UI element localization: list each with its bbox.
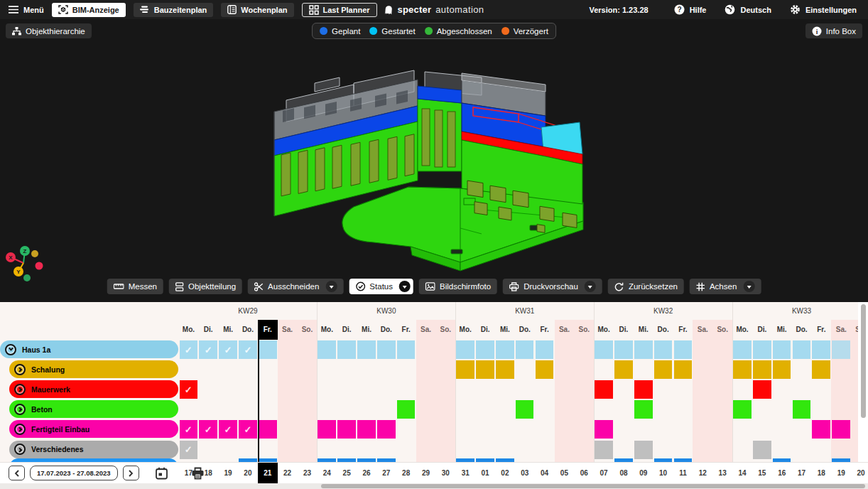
footer-date-cell[interactable]: 19 bbox=[831, 463, 851, 483]
gantt-cell[interactable] bbox=[832, 420, 850, 439]
help-button[interactable]: ? Hilfe bbox=[674, 4, 707, 15]
gantt-cell[interactable] bbox=[733, 360, 752, 379]
vertical-scrollbar-thumb[interactable] bbox=[861, 304, 866, 418]
day-header-cell[interactable]: Mo. bbox=[732, 320, 752, 340]
gantt-cell[interactable] bbox=[773, 360, 791, 379]
gantt-cell[interactable] bbox=[318, 420, 336, 439]
gantt-cell[interactable]: ✓ bbox=[199, 340, 217, 359]
gantt-cell[interactable] bbox=[259, 340, 277, 359]
gantt-cell[interactable]: ✓ bbox=[239, 340, 257, 359]
collapse-chevron-icon[interactable] bbox=[5, 344, 16, 355]
menu-button[interactable]: Menü bbox=[9, 6, 44, 14]
gantt-cell[interactable] bbox=[634, 400, 653, 419]
gantt-cell[interactable] bbox=[753, 360, 771, 379]
expand-chevron-icon[interactable] bbox=[14, 424, 26, 435]
day-header-cell[interactable]: Sa. bbox=[693, 320, 712, 340]
day-header-cell[interactable]: Do. bbox=[515, 320, 535, 340]
gantt-cell[interactable] bbox=[516, 340, 534, 359]
day-header-cell[interactable]: Fr. bbox=[258, 320, 278, 340]
tab-bauzeitenplan[interactable]: Bauzeitenplan bbox=[134, 3, 214, 17]
gantt-cell[interactable] bbox=[793, 400, 811, 419]
day-header-cell[interactable]: Fr. bbox=[396, 320, 416, 340]
expand-chevron-icon[interactable] bbox=[14, 444, 26, 455]
day-header-cell[interactable]: Mo. bbox=[455, 320, 475, 340]
day-header-cell[interactable]: Mi. bbox=[634, 320, 653, 340]
footer-date-cell[interactable]: 22 bbox=[278, 463, 298, 483]
gantt-cell[interactable] bbox=[595, 441, 613, 459]
tool-zurücksetzen[interactable]: Zurücksetzen bbox=[608, 279, 684, 294]
gantt-row-label-beton[interactable]: Beton bbox=[9, 400, 178, 418]
footer-date-cell[interactable]: 15 bbox=[752, 463, 772, 483]
calendar-button[interactable] bbox=[156, 467, 168, 480]
gantt-row-label-haus-1a[interactable]: Haus 1a bbox=[0, 340, 178, 358]
gantt-cell[interactable] bbox=[456, 340, 474, 359]
tool-achsen[interactable]: Achsen bbox=[690, 279, 761, 294]
footer-date-cell[interactable]: 09 bbox=[634, 463, 653, 483]
footer-date-cell[interactable]: 19 bbox=[218, 463, 238, 483]
vertical-scrollbar[interactable] bbox=[858, 302, 868, 462]
gantt-cell[interactable] bbox=[812, 340, 830, 359]
gantt-cell[interactable] bbox=[476, 340, 494, 359]
gantt-cell[interactable] bbox=[357, 340, 376, 359]
day-header-cell[interactable]: So. bbox=[574, 320, 594, 340]
gantt-cell[interactable]: ✓ bbox=[219, 420, 237, 439]
gantt-cell[interactable]: ✓ bbox=[239, 420, 257, 439]
gantt-cell[interactable]: ✓ bbox=[180, 380, 198, 399]
footer-date-cell[interactable]: 06 bbox=[574, 463, 594, 483]
footer-date-cell[interactable]: 01 bbox=[475, 463, 495, 483]
gantt-cell[interactable] bbox=[259, 420, 277, 439]
gantt-cell[interactable] bbox=[377, 420, 396, 439]
gantt-cell[interactable] bbox=[476, 360, 494, 379]
tab-bim-anzeige[interactable]: BIM-Anzeige bbox=[52, 3, 126, 17]
gantt-cell[interactable] bbox=[337, 340, 356, 359]
day-header-cell[interactable]: Mi. bbox=[357, 320, 376, 340]
day-header-cell[interactable]: Mi. bbox=[495, 320, 515, 340]
gantt-cell[interactable] bbox=[397, 400, 416, 419]
gantt-cell[interactable] bbox=[496, 360, 514, 379]
footer-date-cell[interactable]: 08 bbox=[614, 463, 634, 483]
day-header-cell[interactable]: Sa. bbox=[555, 320, 575, 340]
gantt-cell[interactable] bbox=[793, 340, 811, 359]
next-period-button[interactable] bbox=[123, 466, 139, 480]
gantt-cell[interactable] bbox=[634, 340, 653, 359]
gantt-cell[interactable] bbox=[337, 420, 356, 439]
gantt-cell[interactable] bbox=[536, 340, 554, 359]
day-header-cell[interactable]: Mi. bbox=[772, 320, 792, 340]
day-header-cell[interactable]: Do. bbox=[653, 320, 673, 340]
dropdown-chevron-status[interactable] bbox=[399, 281, 411, 292]
gantt-cell[interactable] bbox=[536, 360, 554, 379]
footer-date-cell[interactable]: 24 bbox=[317, 463, 337, 483]
gantt-cell[interactable] bbox=[753, 441, 771, 459]
day-header-cell[interactable]: Do. bbox=[238, 320, 258, 340]
tool-objektteilung[interactable]: Objektteilung bbox=[169, 279, 242, 294]
tool-ausschneiden[interactable]: Ausschneiden bbox=[248, 279, 343, 294]
footer-date-cell[interactable]: 04 bbox=[535, 463, 555, 483]
day-header-cell[interactable]: Mo. bbox=[594, 320, 614, 340]
footer-date-cell[interactable]: 07 bbox=[594, 463, 614, 483]
footer-date-cell[interactable]: 21 bbox=[258, 463, 278, 483]
gantt-row-label-schalung[interactable]: Schalung bbox=[9, 360, 178, 378]
tool-druckvorschau[interactable]: Druckvorschau bbox=[503, 279, 602, 294]
gantt-cell[interactable] bbox=[614, 340, 633, 359]
day-header-cell[interactable]: Do. bbox=[376, 320, 396, 340]
expand-chevron-icon[interactable] bbox=[14, 364, 26, 375]
day-header-cell[interactable]: Di. bbox=[752, 320, 772, 340]
tool-messen[interactable]: Messen bbox=[107, 279, 163, 294]
day-header-cell[interactable]: Di. bbox=[614, 320, 634, 340]
day-header-cell[interactable]: So. bbox=[712, 320, 732, 340]
footer-date-cell[interactable]: 20 bbox=[851, 463, 868, 483]
day-header-cell[interactable]: Di. bbox=[198, 320, 218, 340]
gantt-cell[interactable] bbox=[812, 360, 830, 379]
day-header-cell[interactable]: Mi. bbox=[218, 320, 238, 340]
prev-period-button[interactable] bbox=[9, 466, 25, 480]
tab-last-planner[interactable]: Last Planner bbox=[302, 3, 377, 17]
day-header-cell[interactable]: Sa. bbox=[831, 320, 851, 340]
day-header-cell[interactable]: Sa. bbox=[416, 320, 436, 340]
horizontal-scrollbar-thumb[interactable] bbox=[321, 484, 865, 488]
footer-date-cell[interactable]: 10 bbox=[653, 463, 673, 483]
gantt-cell[interactable] bbox=[634, 380, 653, 399]
gantt-cell[interactable] bbox=[654, 340, 673, 359]
day-header-cell[interactable]: Mo. bbox=[317, 320, 337, 340]
footer-date-cell[interactable]: 25 bbox=[337, 463, 357, 483]
footer-date-cell[interactable]: 27 bbox=[376, 463, 396, 483]
